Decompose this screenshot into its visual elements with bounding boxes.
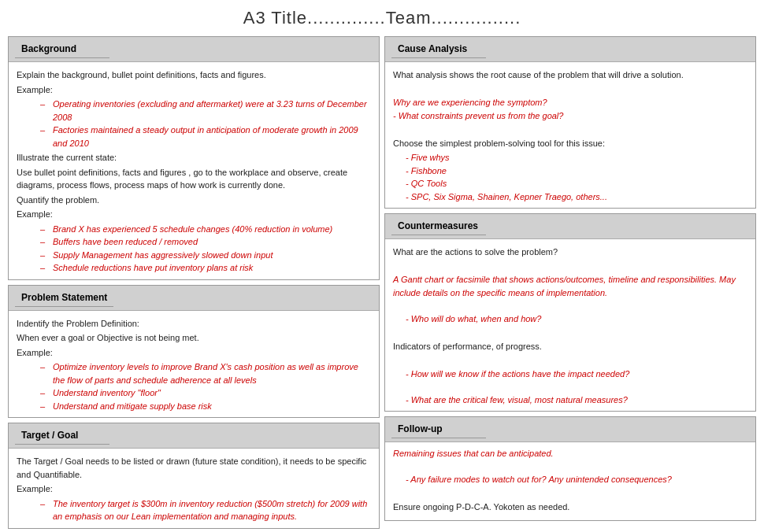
bullet-text: Factories maintained a steady output in … [53, 124, 371, 150]
bullet-text: Operating inventories (excluding and aft… [53, 98, 371, 124]
list-item: – Buffers have been reduced / removed [40, 235, 371, 249]
tg-example-label: Example: [17, 482, 371, 496]
bullet-text: Buffers have been reduced / removed [53, 235, 198, 249]
ca-choose: Choose the simplest problem-solving tool… [393, 137, 747, 150]
list-item: – Optimize inventory levels to improve B… [40, 360, 371, 386]
page-title: A3 Title..............Team..............… [8, 8, 756, 28]
ca-tool-2: - Fishbone [406, 164, 747, 178]
dash-icon: – [40, 360, 48, 386]
target-goal-section: Target / Goal The Target / Goal needs to… [8, 423, 380, 529]
dash-icon: – [40, 124, 48, 150]
list-item: – Operating inventories (excluding and a… [40, 98, 371, 124]
cm-q2: - How will we know if the actions have t… [406, 368, 747, 381]
fu-line1: Remaining issues that can be anticipated… [393, 447, 747, 460]
ca-tool-3: - QC Tools [406, 177, 747, 190]
ps-line2: When ever a goal or Objective is not bei… [17, 331, 371, 345]
cause-analysis-body: What analysis shows the root cause of th… [385, 62, 755, 208]
cm-q1: - Who will do what, when and how? [406, 312, 747, 326]
background-illustrate: Illustrate the current state: [17, 151, 371, 164]
background-illustrate-body: Use bullet point definitions, facts and … [17, 166, 371, 192]
cm-body1: A Gantt chart or facsimile that shows ac… [393, 273, 747, 299]
cause-analysis-section: Cause Analysis What analysis shows the r… [384, 36, 756, 209]
followup-header: Follow-up [391, 420, 486, 438]
followup-section: Follow-up Remaining issues that can be a… [384, 416, 756, 521]
ca-tool-1: - Five whys [406, 151, 747, 164]
list-item: – Schedule reductions have put inventory… [40, 261, 371, 275]
countermeasures-body: What are the actions to solve the proble… [385, 239, 755, 411]
ps-example-label: Example: [17, 346, 371, 360]
bullet-text: Understand and mitigate supply base risk [53, 400, 212, 413]
right-column: Cause Analysis What analysis shows the r… [384, 36, 756, 529]
dash-icon: – [40, 98, 48, 124]
background-bullets2: – Brand X has experienced 5 schedule cha… [32, 223, 371, 275]
bullet-text: Supply Management has aggressively slowe… [53, 249, 273, 262]
dash-icon: – [40, 400, 48, 413]
list-item: – Understand and mitigate supply base ri… [40, 400, 371, 413]
main-grid: Background Explain the background, bulle… [8, 36, 756, 529]
bullet-text: Schedule reductions have put inventory p… [53, 261, 253, 275]
fu-q1: - Any failure modes to watch out for? An… [406, 473, 747, 486]
background-bullets1: – Operating inventories (excluding and a… [32, 98, 371, 150]
dash-icon: – [40, 223, 48, 236]
list-item: – Supply Management has aggressively slo… [40, 249, 371, 262]
dash-icon: – [40, 235, 48, 249]
countermeasures-header: Countermeasures [391, 217, 486, 235]
dash-icon: – [40, 249, 48, 262]
background-quantify: Quantify the problem. [17, 194, 371, 207]
cm-q3: - What are the critical few, visual, mos… [406, 393, 747, 407]
ca-q1: Why are we experiencing the symptom? [393, 96, 747, 109]
target-goal-header: Target / Goal [15, 427, 109, 445]
ps-line1: Indentify the Problem Definition: [17, 317, 371, 331]
cause-analysis-header: Cause Analysis [391, 40, 486, 58]
background-body: Explain the background, bullet point def… [9, 62, 379, 279]
fu-line2: Ensure ongoing P-D-C-A. Yokoten as neede… [393, 501, 747, 514]
bullet-text: The inventory target is $300m in invento… [53, 497, 371, 523]
left-column: Background Explain the background, bulle… [8, 36, 380, 529]
problem-statement-body: Indentify the Problem Definition: When e… [9, 311, 379, 418]
list-item: – Brand X has experienced 5 schedule cha… [40, 223, 371, 236]
background-example2-label: Example: [17, 208, 371, 221]
list-item: – Understand inventory "floor" [40, 386, 371, 400]
tg-bullets: – The inventory target is $300m in inven… [32, 497, 371, 523]
bullet-text: Understand inventory "floor" [53, 386, 161, 400]
ca-tool-4: - SPC, Six Sigma, Shainen, Kepner Traego… [406, 190, 747, 204]
cm-intro: What are the actions to solve the proble… [393, 246, 747, 259]
background-header: Background [15, 40, 109, 58]
problem-statement-header: Problem Statement [15, 289, 113, 307]
target-goal-body: The Target / Goal needs to be listed or … [9, 449, 379, 528]
bullet-text: Brand X has experienced 5 schedule chang… [53, 223, 332, 236]
tg-body: The Target / Goal needs to be listed or … [17, 455, 371, 481]
cm-indicators: Indicators of performance, of progress. [393, 340, 747, 353]
bullet-text: Optimize inventory levels to improve Bra… [53, 360, 371, 386]
list-item: – Factories maintained a steady output i… [40, 124, 371, 150]
followup-body: Remaining issues that can be anticipated… [385, 442, 755, 520]
ca-intro: What analysis shows the root cause of th… [393, 68, 747, 82]
ps-bullets: – Optimize inventory levels to improve B… [32, 360, 371, 412]
list-item: – The inventory target is $300m in inven… [40, 497, 371, 523]
dash-icon: – [40, 386, 48, 400]
background-intro: Explain the background, bullet point def… [17, 68, 371, 82]
problem-statement-section: Problem Statement Indentify the Problem … [8, 285, 380, 419]
dash-icon: – [40, 497, 48, 523]
dash-icon: – [40, 261, 48, 275]
countermeasures-section: Countermeasures What are the actions to … [384, 213, 756, 412]
background-example1-label: Example: [17, 83, 371, 97]
background-section: Background Explain the background, bulle… [8, 36, 380, 280]
ca-q2: - What constraints prevent us from the g… [393, 109, 747, 123]
